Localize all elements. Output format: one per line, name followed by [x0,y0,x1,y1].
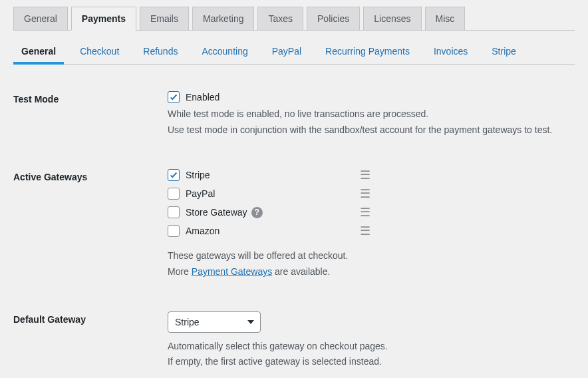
subtab-accounting[interactable]: Accounting [194,41,255,65]
gateway-list: Stripe ☰ PayPal ☰ Store Gate [168,169,575,237]
tab-emails[interactable]: Emails [140,7,189,31]
help-icon[interactable]: ? [251,207,263,218]
gateway-label-paypal: PayPal [186,188,215,199]
tab-marketing[interactable]: Marketing [192,7,254,31]
subtab-recurring[interactable]: Recurring Payments [317,41,418,65]
subtab-checkout[interactable]: Checkout [72,41,127,65]
desc-test-mode-1: While test mode is enabled, no live tran… [168,107,575,122]
label-active-gateways: Active Gateways [13,169,168,279]
link-payment-gateways[interactable]: Payment Gateways [192,266,272,277]
desc-default-2: If empty, the first active gateway is se… [168,355,575,369]
tab-payments[interactable]: Payments [71,7,136,31]
gateway-label-store: Store Gateway [186,207,247,218]
check-icon [169,93,178,102]
checkbox-gateway-paypal[interactable] [168,188,180,200]
drag-handle-icon[interactable]: ☰ [360,225,370,237]
row-active-gateways: Active Gateways Stripe ☰ PayPal [13,169,575,279]
desc-test-mode-2: Use test mode in conjunction with the sa… [168,123,575,138]
row-test-mode: Test Mode Enabled While test mode is ena… [13,91,575,137]
gateway-item-paypal: PayPal ☰ [168,188,370,200]
tabs-sub: General Checkout Refunds Accounting PayP… [13,31,575,65]
tabs-primary: General Payments Emails Marketing Taxes … [13,7,575,31]
subtab-refunds[interactable]: Refunds [135,41,186,65]
subtab-general[interactable]: General [13,41,64,65]
desc-gateways-1: These gateways will be offered at checko… [168,249,575,264]
checkbox-gateway-amazon[interactable] [168,225,180,237]
gateway-label-stripe: Stripe [186,170,210,180]
desc-default-1: Automatically select this gateway on che… [168,339,575,354]
label-default-gateway: Default Gateway [13,311,168,369]
gateway-item-store: Store Gateway ? ☰ [168,206,370,218]
drag-handle-icon[interactable]: ☰ [360,188,370,200]
subtab-stripe[interactable]: Stripe [484,41,524,65]
tab-general[interactable]: General [13,7,68,31]
gateway-item-amazon: Amazon ☰ [168,225,370,237]
drag-handle-icon[interactable]: ☰ [360,169,370,181]
tab-taxes[interactable]: Taxes [257,7,303,31]
checkbox-gateway-store[interactable] [168,206,180,218]
subtab-paypal[interactable]: PayPal [264,41,309,65]
desc-gateways-2-post: are available. [272,266,330,277]
row-default-gateway: Default Gateway Stripe Automatically sel… [13,311,575,369]
check-icon [169,170,178,180]
tab-licenses[interactable]: Licenses [363,7,421,31]
select-default-gateway[interactable]: Stripe [168,311,261,333]
checkbox-test-mode-label: Enabled [186,92,220,102]
select-default-gateway-wrap: Stripe [168,311,261,333]
checkbox-test-mode[interactable] [168,91,180,103]
checkbox-gateway-stripe[interactable] [168,169,180,181]
desc-gateways-2: More Payment Gateways are available. [168,265,575,280]
tab-policies[interactable]: Policies [307,7,360,31]
label-test-mode: Test Mode [13,91,168,137]
gateway-label-amazon: Amazon [186,226,220,236]
gateway-item-stripe: Stripe ☰ [168,169,370,181]
tab-misc[interactable]: Misc [425,7,466,31]
drag-handle-icon[interactable]: ☰ [360,206,370,218]
desc-gateways-2-pre: More [168,266,192,277]
subtab-invoices[interactable]: Invoices [426,41,476,65]
